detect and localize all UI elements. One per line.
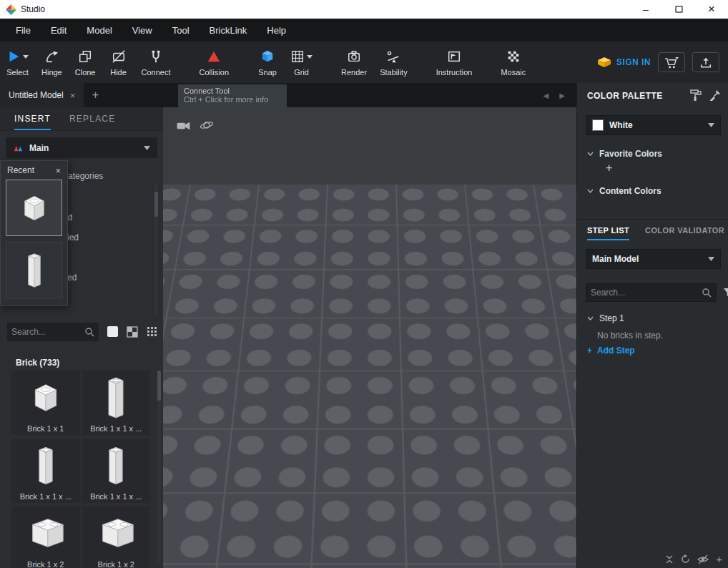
tab-scroll-right-icon[interactable]: ▶ — [559, 92, 565, 99]
brick-1x1-tall-thumbnail — [107, 371, 124, 424]
new-tab-button[interactable]: + — [84, 89, 107, 102]
refresh-icon[interactable] — [681, 554, 690, 564]
color-dropdown[interactable]: White — [586, 115, 721, 135]
brick-1x1-tall-thumbnail — [108, 439, 124, 492]
part-grid-scrollbar[interactable] — [157, 371, 161, 564]
close-button[interactable]: × — [695, 0, 728, 19]
add-icon[interactable]: + — [716, 553, 722, 565]
part-tile[interactable]: Brick 1 x 1 — [11, 371, 80, 435]
plus-icon: + — [587, 346, 592, 356]
chevron-down-icon — [587, 316, 594, 320]
color-swatch-white — [592, 119, 604, 131]
palette-dropdown[interactable]: Main — [6, 137, 157, 158]
step-search-input[interactable] — [591, 288, 702, 298]
tool-clone[interactable]: Clone — [69, 41, 102, 83]
palette-icon — [13, 143, 24, 152]
recent-part-brick-1x1[interactable] — [6, 180, 62, 236]
menu-edit[interactable]: Edit — [41, 19, 77, 41]
sign-in-button[interactable]: SIGN IN — [597, 57, 651, 68]
tab-scroll-left-icon[interactable]: ◀ — [543, 92, 549, 99]
filter-icon[interactable] — [723, 288, 728, 298]
menu-help[interactable]: Help — [257, 19, 296, 41]
view-mode-grid-icon[interactable] — [147, 326, 157, 337]
tool-connect[interactable]: Connect — [135, 41, 177, 83]
part-tile[interactable]: Brick 1 x 1 x ... — [82, 371, 151, 435]
baseplate[interactable] — [163, 107, 576, 185]
render-camera-icon — [347, 48, 361, 65]
menu-view[interactable]: View — [122, 19, 162, 41]
search-icon — [702, 288, 712, 298]
tool-grid[interactable]: Grid — [284, 41, 319, 83]
gold-brick-icon — [597, 57, 611, 68]
tool-select[interactable]: Select — [0, 41, 35, 83]
tool-collision[interactable]: Collision — [192, 41, 235, 83]
tool-instruction[interactable]: Instruction — [430, 41, 479, 83]
decorated-filter-icon[interactable] — [127, 326, 138, 338]
tab-replace[interactable]: REPLACE — [69, 107, 115, 130]
menu-file[interactable]: File — [6, 19, 41, 41]
color-filter-icon[interactable] — [107, 326, 118, 337]
eyedropper-icon[interactable] — [709, 89, 721, 102]
tool-render[interactable]: Render — [335, 41, 373, 83]
orbit-view-button[interactable] — [198, 117, 215, 133]
stability-icon — [386, 48, 400, 65]
tool-hinge[interactable]: Hinge — [35, 41, 69, 83]
part-tile[interactable]: Brick 1 x 2 — [11, 506, 80, 568]
menu-bar: File Edit Model View Tool BrickLink Help — [0, 19, 728, 41]
part-palette-panel: INSERT REPLACE Main ategories nd ified v… — [0, 107, 163, 568]
title-bar: Studio – × — [0, 0, 728, 19]
menu-model[interactable]: Model — [77, 19, 122, 41]
step-search-field[interactable] — [586, 283, 717, 302]
studio-logo-icon — [6, 4, 16, 15]
menu-bricklink[interactable]: BrickLink — [200, 19, 257, 41]
part-grid: Brick 1 x 1 Brick 1 x 1 x ... Brick 1 x … — [11, 371, 150, 568]
tool-stability[interactable]: Stability — [373, 41, 414, 83]
menu-tool[interactable]: Tool — [162, 19, 200, 41]
category-list-fragment[interactable]: ategories — [68, 171, 103, 181]
empty-step-message: No bricks in step. — [597, 330, 663, 341]
minimize-button[interactable]: – — [629, 0, 662, 19]
brick-1x2-thumbnail — [94, 506, 137, 560]
collapse-all-icon[interactable] — [665, 555, 674, 564]
instruction-icon — [447, 48, 461, 65]
tool-mosaic[interactable]: Mosaic — [494, 41, 532, 83]
hinge-icon — [44, 48, 59, 65]
part-search-field[interactable] — [7, 323, 99, 341]
tab-color-validator[interactable]: COLOR VALIDATOR — [645, 226, 724, 240]
step-1-row[interactable]: Step 1 — [587, 313, 624, 323]
tab-close-icon[interactable]: × — [70, 90, 76, 101]
camera-view-button[interactable] — [174, 117, 192, 133]
hide-step-eye-icon[interactable] — [697, 554, 709, 565]
part-tile[interactable]: Brick 1 x 2 — [82, 506, 151, 568]
chevron-down-icon — [708, 257, 714, 261]
cart-button[interactable] — [658, 52, 685, 72]
add-favorite-color-button[interactable]: + — [606, 162, 612, 175]
recent-part-brick-1x1-tall[interactable] — [6, 242, 62, 298]
tool-hide[interactable]: Hide — [102, 41, 135, 83]
category-list-scrollbar[interactable] — [154, 182, 158, 315]
tab-step-list[interactable]: STEP LIST — [587, 226, 629, 240]
viewport-3d[interactable]: 0 total parts — [163, 107, 576, 568]
add-step-button[interactable]: + Add Step — [587, 346, 635, 356]
mosaic-icon — [506, 48, 521, 65]
tab-insert[interactable]: INSERT — [14, 107, 51, 130]
collision-warning-icon — [207, 48, 221, 65]
part-search-input[interactable] — [11, 327, 84, 337]
part-tile[interactable]: Brick 1 x 1 x ... — [82, 439, 151, 503]
model-dropdown[interactable]: Main Model — [586, 249, 721, 269]
connect-icon — [149, 48, 163, 65]
paint-format-icon[interactable] — [690, 89, 702, 102]
tab-untitled-model[interactable]: Untitled Model × — [0, 83, 84, 107]
tool-snap[interactable]: Snap — [251, 41, 284, 83]
main-area: Untitled Model × + ◀ ▶ INSERT REPLACE Ma… — [0, 83, 728, 568]
part-tile[interactable]: Brick 1 x 1 x ... — [11, 439, 80, 503]
recent-popup-title: Recent — [7, 165, 34, 175]
upload-button[interactable] — [692, 52, 719, 72]
content-colors-section[interactable]: Content Colors — [587, 186, 661, 196]
chevron-down-icon — [587, 189, 594, 193]
maximize-button[interactable] — [662, 0, 695, 19]
total-parts-label: 0 total parts — [187, 543, 232, 553]
favorite-colors-section[interactable]: Favorite Colors — [587, 149, 662, 159]
brick-1x1-thumbnail — [30, 371, 62, 424]
close-icon[interactable]: × — [55, 165, 61, 176]
